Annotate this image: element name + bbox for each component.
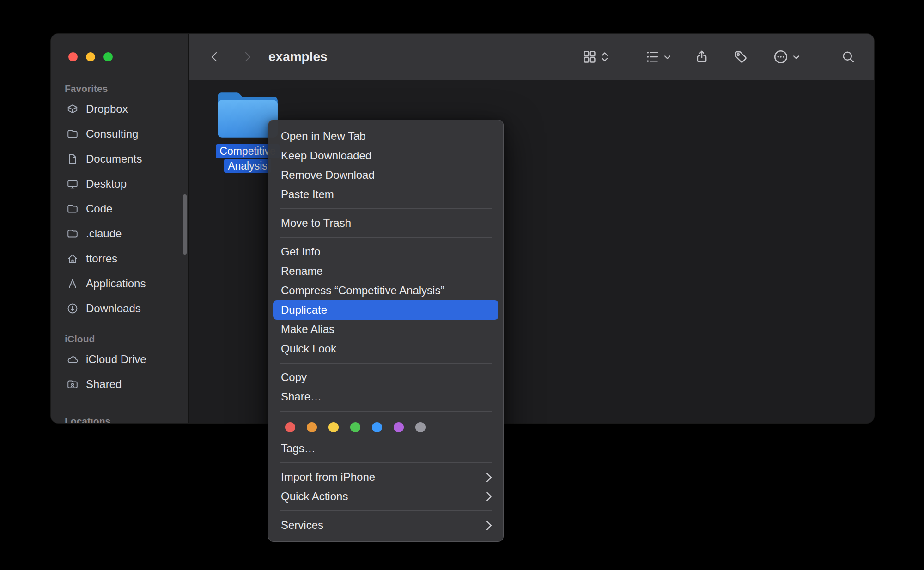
toolbar: examples [189,34,874,80]
menu-item-keep-downloaded[interactable]: Keep Downloaded [273,146,498,165]
tag-blue[interactable] [372,422,382,432]
close-window-button[interactable] [68,52,78,61]
menu-item-get-info[interactable]: Get Info [273,242,498,261]
menu-item-quick-actions[interactable]: Quick Actions [273,487,498,506]
chevron-down-icon [792,53,800,61]
window-title: examples [268,49,328,64]
desktop-background: Favorites Dropbox Consulting Documents D… [0,0,924,570]
submenu-chevron-icon [482,520,492,530]
sidebar-item-claude[interactable]: .claude [51,221,188,246]
chevrons-up-down-icon [601,50,609,64]
sidebar-item-label: Downloads [86,302,141,315]
tag-yellow[interactable] [328,422,339,432]
sidebar-item-downloads[interactable]: Downloads [51,296,188,321]
sidebar: Favorites Dropbox Consulting Documents D… [51,34,189,423]
more-actions-control[interactable] [773,49,800,65]
folder-icon [67,128,79,140]
group-list-icon [645,49,660,64]
menu-item-share[interactable]: Share… [273,387,498,406]
grid-view-icon [582,49,597,64]
sidebar-item-icloud-drive[interactable]: iCloud Drive [51,347,188,372]
cloud-icon [67,353,79,365]
sidebar-item-consulting[interactable]: Consulting [51,121,188,146]
sidebar-section-icloud: iCloud [65,333,188,345]
ellipsis-circle-icon [773,49,789,65]
zoom-window-button[interactable] [103,52,113,61]
menu-item-copy[interactable]: Copy [273,368,498,387]
sidebar-section-favorites: Favorites [65,83,188,95]
folder-icon [67,203,79,215]
menu-item-quick-look[interactable]: Quick Look [273,339,498,358]
sidebar-scrollbar[interactable] [183,194,187,255]
sidebar-section-locations: Locations [65,415,188,423]
menu-item-remove-download[interactable]: Remove Download [273,165,498,185]
view-selector[interactable] [582,49,609,64]
chevron-down-icon [663,53,671,61]
tag-green[interactable] [350,422,360,432]
applications-icon [67,278,79,290]
back-button[interactable] [208,49,220,64]
sidebar-item-label: Consulting [86,127,138,140]
menu-separator [280,411,492,412]
sidebar-item-applications[interactable]: Applications [51,271,188,296]
box-icon [67,103,79,115]
tag-gray[interactable] [415,422,426,432]
sidebar-item-label: Applications [86,277,146,290]
menu-separator [280,208,492,209]
menu-item-services[interactable]: Services [273,515,498,535]
sidebar-item-ttorres[interactable]: ttorres [51,246,188,271]
group-by-control[interactable] [645,49,671,64]
tag-purple[interactable] [394,422,404,432]
menu-item-rename[interactable]: Rename [273,261,498,281]
menu-separator [280,237,492,238]
submenu-chevron-icon [482,472,492,482]
context-menu: Open in New Tab Keep Downloaded Remove D… [268,120,504,542]
tag-orange[interactable] [307,422,317,432]
tag-icon [733,49,748,64]
sidebar-item-label: Documents [86,152,142,165]
menu-item-move-to-trash[interactable]: Move to Trash [273,213,498,233]
sidebar-item-label: Shared [86,378,122,391]
sidebar-item-desktop[interactable]: Desktop [51,171,188,196]
desktop-icon [67,178,79,190]
menu-item-tags[interactable]: Tags… [273,439,498,458]
sidebar-item-label: ttorres [86,252,117,265]
menu-item-make-alias[interactable]: Make Alias [273,320,498,339]
sidebar-item-label: .claude [86,227,122,240]
downloads-icon [67,303,79,315]
menu-separator [280,363,492,364]
window-controls [51,34,188,80]
sidebar-item-label: iCloud Drive [86,353,146,366]
sidebar-item-shared[interactable]: Shared [51,372,188,397]
menu-separator [280,510,492,511]
document-icon [67,153,79,165]
share-button[interactable] [694,49,709,64]
sidebar-item-label: Dropbox [86,103,128,115]
forward-button[interactable] [242,49,254,64]
tag-color-row [268,416,503,439]
search-button[interactable] [841,49,856,64]
share-icon [694,49,709,64]
menu-item-duplicate[interactable]: Duplicate [273,300,498,320]
chevron-left-icon [208,49,220,64]
search-icon [841,49,856,64]
menu-item-open-in-new-tab[interactable]: Open in New Tab [273,127,498,146]
shared-folder-icon [67,378,79,390]
sidebar-item-code[interactable]: Code [51,196,188,221]
sidebar-item-label: Code [86,202,112,215]
submenu-chevron-icon [482,491,492,501]
tag-red[interactable] [285,422,295,432]
home-icon [67,253,79,265]
minimize-window-button[interactable] [86,52,95,61]
sidebar-item-label: Desktop [86,177,127,190]
sidebar-item-documents[interactable]: Documents [51,146,188,171]
menu-separator [280,462,492,463]
menu-item-import-from-iphone[interactable]: Import from iPhone [273,467,498,487]
menu-item-compress[interactable]: Compress “Competitive Analysis” [273,281,498,300]
sidebar-item-dropbox[interactable]: Dropbox [51,97,188,121]
chevron-right-icon [242,49,254,64]
menu-item-paste-item[interactable]: Paste Item [273,185,498,204]
tags-button[interactable] [733,49,748,64]
folder-icon [67,228,79,240]
